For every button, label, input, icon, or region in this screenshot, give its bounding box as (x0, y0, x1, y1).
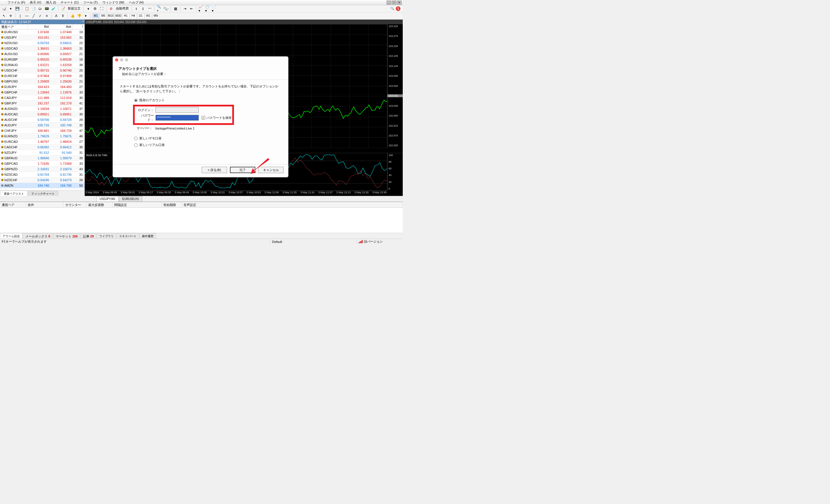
minimize-button[interactable]: _ (387, 1, 391, 5)
mw-row-EURJPY[interactable]: EURJPY 164.423164.45027 (0, 84, 85, 90)
line-chart-icon[interactable]: 〰 (147, 6, 153, 11)
finish-button[interactable]: 完了 (230, 167, 255, 173)
timeframe-M30[interactable]: M30 (115, 13, 122, 19)
menu-tool[interactable]: ツール (T) (82, 0, 99, 5)
login-input[interactable] (156, 107, 199, 113)
mw-tab-list[interactable]: 通貨ペアリスト (0, 191, 28, 196)
crosshair-icon[interactable]: ✛ (8, 13, 13, 19)
menu-chart[interactable]: チャート (C) (59, 0, 80, 5)
mw-row-USDCHF[interactable]: USDCHF 0.907150.9074025 (0, 68, 85, 73)
new-chart-icon[interactable]: 📊 (1, 6, 7, 11)
timeframe-H4[interactable]: H4 (130, 13, 137, 19)
timeframe-H1[interactable]: H1 (122, 13, 129, 19)
tile-icon[interactable]: ▦ (172, 6, 178, 11)
mw-row-AMZN[interactable]: AMZN 184.740184.79050 (0, 183, 85, 188)
mw-row-CADCHF[interactable]: CADCHF 0.663820.6641230 (0, 145, 85, 150)
col-symbol[interactable]: 通貨ペア (0, 202, 26, 208)
col-interval[interactable]: 間隔設定 (113, 202, 162, 208)
mw-row-EURGBP[interactable]: EURGBP 0.855200.8553818 (0, 57, 85, 62)
new-order-icon[interactable]: 📝 (60, 6, 66, 11)
shift-icon[interactable]: ⇤ (189, 6, 194, 11)
mw-row-GBPNZD[interactable]: GBPNZD 2.100312.1007443 (0, 166, 85, 172)
timeframe-M5[interactable]: M5 (100, 13, 107, 19)
mw-row-GBPAUD[interactable]: GBPAUD 1.908401.9087939 (0, 156, 85, 161)
mw-row-NZDJPY[interactable]: NZDJPY 91.51291.54331 (0, 150, 85, 156)
text-icon[interactable]: A (53, 13, 59, 19)
navigator-icon[interactable]: 🗂 (37, 6, 43, 11)
vline-icon[interactable]: | (17, 13, 23, 19)
mw-row-EURCAD[interactable]: EURCAD 1.467971.4682427 (0, 139, 85, 145)
radio-icon[interactable] (134, 137, 138, 140)
maximize-button[interactable]: □ (392, 1, 396, 5)
options-icon[interactable]: ⚙ (92, 6, 98, 11)
zoom-out-icon[interactable]: 🔍- (163, 6, 169, 11)
mw-row-EURUSD[interactable]: EURUSD 1.074301.0744919 (0, 29, 85, 35)
col-counter[interactable]: カウンター (63, 202, 87, 208)
text-label-icon[interactable]: 𝐓 (60, 13, 66, 19)
mw-row-AUDUSD[interactable]: AUDUSD 0.658060.6582721 (0, 51, 85, 57)
menu-help[interactable]: ヘルプ (H) (127, 0, 146, 5)
col-condition[interactable]: 条件 (26, 202, 63, 208)
mw-row-NZDCHF[interactable]: NZDCHF 0.542450.5427328 (0, 178, 85, 183)
radio-icon[interactable] (134, 99, 138, 102)
periods-icon[interactable]: 🕐▾ (205, 6, 211, 11)
timeframe-W1[interactable]: W1 (145, 13, 152, 19)
notification-badge[interactable]: 1 (396, 6, 401, 11)
mw-row-GBPCHF[interactable]: GBPCHF 1.139431.1397633 (0, 90, 85, 95)
password-input[interactable] (156, 115, 199, 121)
radio-icon[interactable] (134, 144, 138, 147)
tester-icon[interactable]: 🧪 (51, 6, 56, 11)
terminal-icon[interactable]: 📟 (44, 6, 50, 11)
cancel-button[interactable]: キャンセル (258, 167, 284, 173)
search-icon[interactable]: 🔍 (390, 6, 395, 11)
mw-row-GBPUSD[interactable]: GBPUSD 1.256091.2563021 (0, 79, 85, 84)
mw-row-NZDUSD[interactable]: NZDUSD 0.597930.5981522 (0, 40, 85, 46)
menu-view[interactable]: 表示 (V) (28, 0, 43, 5)
trendline-icon[interactable]: ╱ (31, 13, 36, 19)
mw-row-EURNZD[interactable]: EURNZD 1.796291.7967546 (0, 133, 85, 139)
chart-tab-eurusd[interactable]: EURUSD,H1 (119, 196, 142, 202)
mw-row-NZDCAD[interactable]: NZDCAD 0.817040.8173531 (0, 172, 85, 178)
save-icon[interactable]: 💾 (14, 6, 20, 11)
col-expire[interactable]: 有効期限 (162, 202, 182, 208)
templates-icon[interactable]: 📄▾ (212, 6, 217, 11)
cursor-icon[interactable]: ↖ (1, 13, 7, 19)
mw-row-EURAUD[interactable]: EURAUD 1.632211.6325938 (0, 62, 85, 68)
tab-market[interactable]: マーケット 106 (53, 233, 80, 239)
timeframe-M1[interactable]: M1 (92, 13, 99, 19)
data-window-icon[interactable]: 📑 (31, 6, 36, 11)
zoom-in-icon[interactable]: 🔍+ (156, 6, 162, 11)
mw-row-GBPJPY[interactable]: GBPJPY 192.237192.27841 (0, 101, 85, 106)
radio-existing-account[interactable]: 既存のアカウント (134, 98, 281, 102)
close-button[interactable]: ✕ (397, 1, 402, 5)
menu-insert[interactable]: 挿入 (I) (44, 0, 58, 5)
new-order-label[interactable]: 新規注文 (67, 6, 82, 11)
mw-row-AUDCAD[interactable]: AUDCAD 0.899210.8995130 (0, 112, 85, 117)
indicators-icon[interactable]: 📈▾ (198, 6, 204, 11)
timeframe-M15[interactable]: M15 (107, 13, 114, 19)
mw-row-EURCHF[interactable]: EURCHF 0.974640.9748925 (0, 73, 85, 79)
tab-expert[interactable]: エキスパート (117, 233, 139, 239)
fullscreen-icon[interactable]: ⛶ (99, 6, 104, 11)
tab-mailbox[interactable]: メールボックス 9 (23, 233, 53, 239)
mw-row-GBPCAD[interactable]: GBPCAD 1.716351.7166833 (0, 161, 85, 166)
tab-library[interactable]: ライブラリ (97, 233, 116, 239)
timeframe-D1[interactable]: D1 (137, 13, 144, 19)
menu-window[interactable]: ウィンドウ (W) (101, 0, 126, 5)
mw-row-USDCAD[interactable]: USDCAD 1.366311.3666331 (0, 46, 85, 51)
mw-row-CHFJPY[interactable]: CHFJPY 168.681168.72847 (0, 128, 85, 133)
mw-row-USDJPY[interactable]: USDJPY 153.031153.06231 (0, 35, 85, 40)
market-watch-icon[interactable]: 📋 (24, 6, 30, 11)
bar-chart-icon[interactable]: ⫾ (134, 6, 139, 11)
mw-row-AUDJPY[interactable]: AUDJPY 100.716100.74832 (0, 123, 85, 128)
fibo-icon[interactable]: ≡ (44, 13, 50, 19)
tab-log[interactable]: 操作履歴 (139, 233, 156, 239)
col-sound[interactable]: 音声設定 (182, 202, 403, 208)
autotrade-icon[interactable]: ⊘ (108, 6, 114, 11)
market-watch-close-icon[interactable]: × (82, 20, 84, 23)
autoscroll-icon[interactable]: ⇥ (182, 6, 188, 11)
autotrade-label[interactable]: 自動売買 (115, 6, 130, 11)
terminal-body[interactable] (0, 208, 403, 233)
hline-icon[interactable]: — (24, 13, 30, 19)
tab-article[interactable]: 記事 29 (81, 233, 96, 239)
